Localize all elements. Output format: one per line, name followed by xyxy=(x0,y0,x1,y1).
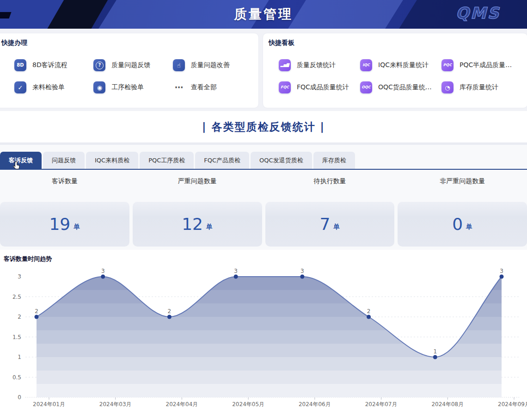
feedback-statistics-section: 客诉反馈问题反馈IQC来料质检PQC工序质检FQC产品质检OQC发退货质检库存质… xyxy=(0,145,527,250)
quick-board-item[interactable]: OQCOQC货品质量统… xyxy=(360,81,441,93)
stat-column: 非严重问题数量0单 xyxy=(398,177,527,247)
x-axis-label: 2024年08月 xyxy=(431,401,464,408)
stat-cards-row: 客诉数量19单严重问题数量12单待执行数量7单非严重问题数量0单 xyxy=(0,177,527,247)
stat-unit: 单 xyxy=(333,216,340,231)
icon-glyph: ◔ xyxy=(445,85,450,91)
y-axis-label: 0.5 xyxy=(12,374,21,381)
x-axis-label: 2024年09月 xyxy=(498,401,527,408)
stat-label: 客诉数量 xyxy=(0,177,129,185)
oqc-icon: OQC xyxy=(360,81,372,93)
quick-item-label: OQC货品质量统… xyxy=(378,83,432,92)
stat-column: 严重问题数量12单 xyxy=(133,177,262,247)
page-title: 质量管理 xyxy=(0,0,527,29)
x-axis-label: 2024年06月 xyxy=(299,401,331,408)
stat-card[interactable]: 12单 xyxy=(133,201,262,247)
quick-action-item[interactable]: ✓来料检验单 xyxy=(14,81,93,93)
target-icon: ◉ xyxy=(93,81,105,93)
x-axis-label: 2024年04月 xyxy=(166,401,198,408)
quick-board-item[interactable]: FQCFQC成品质量统计 xyxy=(279,81,360,93)
ellipsis-icon: ⋯ xyxy=(173,81,185,93)
tab-1[interactable]: 问题反馈 xyxy=(43,152,85,169)
quick-item-label: 质量问题改善 xyxy=(191,61,230,69)
tab-4[interactable]: FQC产品质检 xyxy=(195,152,249,169)
data-point-label: 3 xyxy=(300,268,304,274)
stat-label: 非严重问题数量 xyxy=(398,177,527,185)
stat-unit: 单 xyxy=(74,216,80,231)
stat-unit: 单 xyxy=(466,216,472,231)
tab-3[interactable]: PQC工序质检 xyxy=(140,152,194,169)
y-axis-label: 1.5 xyxy=(12,334,21,340)
stat-value: 0 xyxy=(452,215,463,234)
trend-area-chart: 00.511.522.53232332132024年01月2024年03月202… xyxy=(0,258,527,420)
icon-glyph: ☝ xyxy=(177,62,181,68)
data-point xyxy=(35,315,39,319)
data-point xyxy=(367,315,371,319)
quick-action-item[interactable]: 8D8D客诉流程 xyxy=(14,59,93,71)
quick-actions-grid: 8D8D客诉流程?质量问题反馈☝质量问题改善✓来料检验单◉工序检验单⋯查看全部 xyxy=(1,59,258,93)
stat-label: 待执行数量 xyxy=(265,177,395,185)
data-point-label: 2 xyxy=(168,308,172,315)
icon-glyph: OQC xyxy=(362,86,370,89)
tab-0[interactable]: 客诉反馈 xyxy=(0,152,42,169)
icon-glyph: ▂▅▇ xyxy=(281,63,289,67)
x-axis-label: 2024年07月 xyxy=(365,401,398,408)
trend-chart-section: 客诉数量时间趋势 00.511.522.53232332132024年01月20… xyxy=(0,250,527,420)
data-point-label: 3 xyxy=(101,268,105,274)
tab-6[interactable]: 库存质检 xyxy=(313,152,355,169)
quick-board-item[interactable]: ▂▅▇质量反馈统计 xyxy=(279,59,360,71)
tab-bar: 客诉反馈问题反馈IQC来料质检PQC工序质检FQC产品质检OQC发退货质检库存质… xyxy=(0,152,527,170)
icon-glyph: 8D xyxy=(17,63,24,68)
quick-item-label: 库存质量统计 xyxy=(460,83,498,92)
quick-actions-title: 快捷办理 xyxy=(1,39,258,47)
quick-boards-title: 快捷看板 xyxy=(269,39,527,47)
tab-5[interactable]: OQC发退货质检 xyxy=(251,152,312,169)
page-header: 质量管理 QMS xyxy=(0,0,527,29)
stat-column: 客诉数量19单 xyxy=(0,177,129,247)
shield-check-icon: ✓ xyxy=(14,81,26,93)
section-title: | 各类型质检反馈统计 | xyxy=(202,120,325,134)
tab-2[interactable]: IQC来料质检 xyxy=(86,152,138,169)
quick-item-label: 来料检验单 xyxy=(32,83,65,92)
quick-item-label: 质量问题反馈 xyxy=(111,61,150,69)
quick-board-item[interactable]: IQCIQC来料质量统计 xyxy=(360,59,441,71)
data-point xyxy=(300,275,304,279)
quick-boards-grid: ▂▅▇质量反馈统计IQCIQC来料质量统计PQCPQC半成品质量…FQCFQC成… xyxy=(269,59,527,93)
data-point xyxy=(433,355,437,359)
stat-card[interactable]: 7单 xyxy=(265,201,395,247)
quick-board-item[interactable]: ◔库存质量统计 xyxy=(441,81,523,93)
icon-glyph: IQC xyxy=(362,63,370,67)
qms-logo: QMS xyxy=(456,4,500,22)
question-icon: ? xyxy=(93,59,105,71)
data-point xyxy=(234,275,238,279)
thumbs-up-icon: ☝ xyxy=(173,59,185,71)
quick-item-label: FQC成品质量统计 xyxy=(297,83,349,92)
quick-action-item[interactable]: ?质量问题反馈 xyxy=(93,59,172,71)
bar-chart-icon: ▂▅▇ xyxy=(279,59,291,71)
quick-boards-panel: 快捷看板 ▂▅▇质量反馈统计IQCIQC来料质量统计PQCPQC半成品质量…FQ… xyxy=(263,33,527,108)
qms-dashboard: 质量管理 QMS 快捷办理 8D8D客诉流程?质量问题反馈☝质量问题改善✓来料检… xyxy=(0,0,527,420)
quick-board-item[interactable]: PQCPQC半成品质量… xyxy=(441,59,523,71)
quick-item-label: 查看全部 xyxy=(191,83,217,92)
stat-value: 7 xyxy=(319,215,330,234)
stat-card[interactable]: 0单 xyxy=(398,201,527,247)
quick-item-label: 8D客诉流程 xyxy=(32,61,67,69)
y-axis-label: 0 xyxy=(18,394,21,401)
quick-action-item[interactable]: ⋯查看全部 xyxy=(173,81,252,93)
data-point xyxy=(500,275,504,279)
icon-glyph: ? xyxy=(96,62,104,69)
icon-glyph: ◉ xyxy=(97,85,102,91)
data-point-label: 2 xyxy=(35,308,38,315)
stat-value: 12 xyxy=(182,215,203,234)
quick-item-label: 工序检验单 xyxy=(111,83,144,92)
section-title-bar: | 各类型质检反馈统计 | xyxy=(0,111,527,142)
stat-card[interactable]: 19单 xyxy=(0,201,129,247)
pqc-icon: PQC xyxy=(441,59,453,71)
quick-action-item[interactable]: ◉工序检验单 xyxy=(93,81,172,93)
y-axis-label: 2.5 xyxy=(12,294,21,300)
y-axis-label: 2 xyxy=(18,314,21,320)
quick-item-label: PQC半成品质量… xyxy=(460,61,512,69)
fqc-icon: FQC xyxy=(279,81,291,93)
pie-chart-icon: ◔ xyxy=(441,81,453,93)
quick-action-item[interactable]: ☝质量问题改善 xyxy=(173,59,252,71)
icon-glyph: PQC xyxy=(443,63,452,67)
